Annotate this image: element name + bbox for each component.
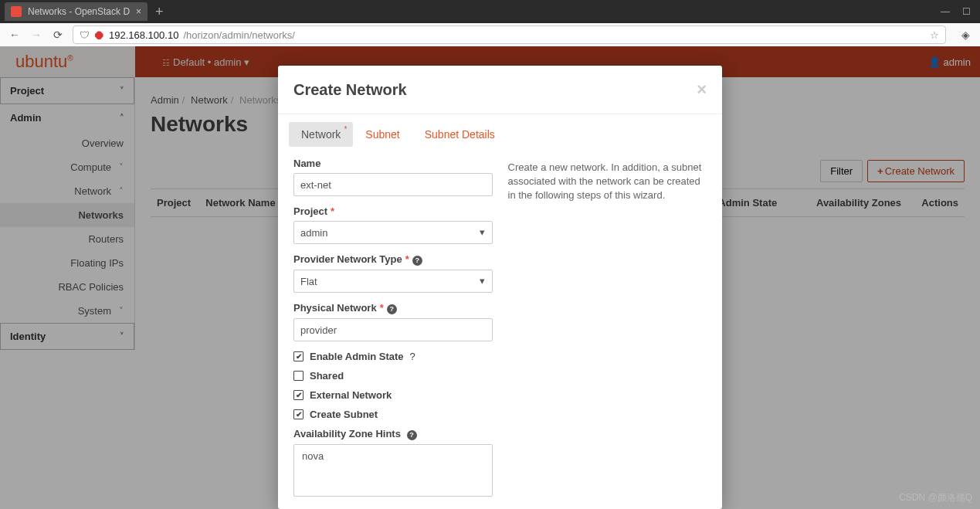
physical-network-input[interactable] [293,318,493,341]
insecure-icon: ⯃ [94,29,104,41]
url-path: /horizon/admin/networks/ [183,29,295,41]
name-input[interactable] [293,173,493,196]
checkbox-icon [293,351,303,361]
watermark: CSDN @颜洛殇Q [899,491,972,504]
url-host: 192.168.100.10 [109,29,178,41]
project-select[interactable]: admin [293,221,493,244]
create-network-modal: Create Network × Network* Subnet Subnet … [278,66,722,509]
az-hints-label: Availability Zone Hints ? [293,428,493,440]
close-icon[interactable]: × [697,80,707,100]
az-hints-listbox[interactable]: nova [293,444,493,497]
provider-type-label: Provider Network Type*? [293,253,493,266]
modal-header: Create Network × [278,66,722,114]
address-row: ← → ⟳ 🛡 ⯃ 192.168.100.10/horizon/admin/n… [0,23,980,46]
checkbox-icon [293,371,303,381]
reload-button[interactable]: ⟳ [51,29,65,41]
help-icon[interactable]: ? [412,256,422,266]
checkbox-icon [293,390,303,400]
modal-title: Create Network [293,81,407,99]
help-icon[interactable]: ? [387,304,397,314]
modal-tabs: Network* Subnet Subnet Details [278,114,722,147]
back-button[interactable]: ← [8,29,22,41]
create-subnet-checkbox[interactable]: Create Subnet [293,409,493,420]
enable-admin-state-checkbox[interactable]: Enable Admin State? [293,351,493,362]
tab-network[interactable]: Network* [289,122,353,147]
window-controls: — ☐ [941,6,980,17]
address-bar[interactable]: 🛡 ⯃ 192.168.100.10/horizon/admin/network… [73,25,946,44]
shield-icon: 🛡 [80,29,90,41]
tab-close-icon[interactable]: × [136,6,141,17]
form-column: Name Project* admin Provider Network Typ… [293,158,493,506]
browser-tab[interactable]: Networks - OpenStack D × [5,2,148,21]
modal-body: Name Project* admin Provider Network Typ… [278,147,722,509]
checkbox-icon [293,409,303,419]
shared-checkbox[interactable]: Shared [293,370,493,382]
favicon-icon [11,6,22,17]
provider-type-select[interactable]: Flat [293,270,493,293]
external-network-checkbox[interactable]: External Network [293,389,493,401]
project-label: Project* [293,205,493,217]
tab-strip: Networks - OpenStack D × + — ☐ [0,0,980,23]
pocket-icon[interactable]: ◈ [958,29,972,41]
new-tab-button[interactable]: + [148,4,171,20]
maximize-icon[interactable]: ☐ [962,6,971,17]
help-icon[interactable]: ? [407,430,417,440]
name-label: Name [293,158,493,169]
forward-button[interactable]: → [29,29,43,41]
bookmark-icon[interactable]: ☆ [930,29,939,41]
minimize-icon[interactable]: — [941,6,950,17]
tab-subnet-details[interactable]: Subnet Details [412,122,507,147]
tab-title: Networks - OpenStack D [28,6,130,17]
help-icon[interactable]: ? [410,351,415,362]
tab-subnet[interactable]: Subnet [353,122,412,147]
modal-description: Create a new network. In addition, a sub… [508,158,707,506]
browser-chrome: Networks - OpenStack D × + — ☐ ← → ⟳ 🛡 ⯃… [0,0,980,46]
az-option-nova[interactable]: nova [297,448,489,464]
physical-network-label: Physical Network*? [293,302,493,314]
